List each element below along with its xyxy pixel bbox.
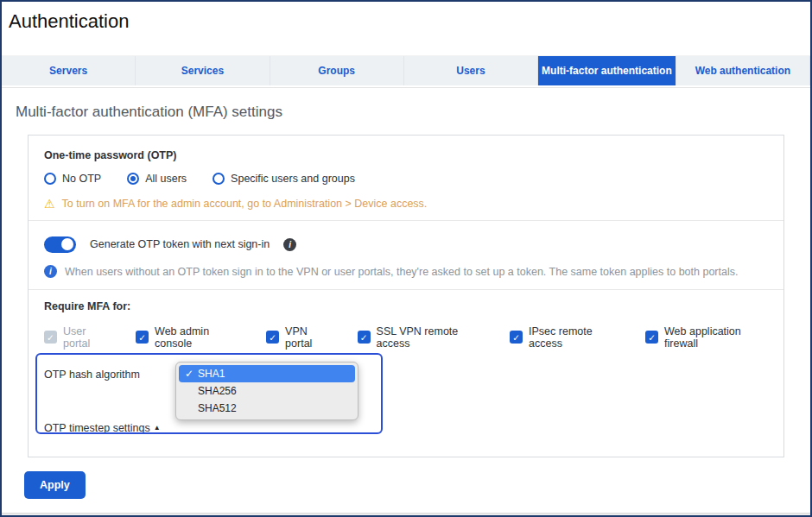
- dropdown-option-sha256[interactable]: SHA256: [179, 382, 355, 400]
- radio-no-otp[interactable]: No OTP: [44, 173, 101, 185]
- require-mfa-checkbox-group: ✓ User portal ✓ Web admin console ✓ VPN …: [44, 325, 768, 350]
- generate-otp-token-toggle[interactable]: [44, 236, 76, 253]
- checkbox-label: Web admin console: [155, 325, 241, 350]
- checkbox-vpn-portal[interactable]: ✓ VPN portal: [266, 325, 332, 350]
- warning-icon: ⚠: [44, 198, 55, 210]
- warning-text: To turn on MFA for the admin account, go…: [62, 198, 428, 210]
- checkbox-icon: ✓: [44, 331, 57, 344]
- page-title: Authentication: [9, 10, 803, 33]
- timestep-label: OTP timestep settings: [44, 422, 150, 434]
- checkbox-icon: ✓: [358, 331, 371, 344]
- collapse-arrow-icon: ▲: [154, 424, 161, 432]
- checkbox-label: IPsec remote access: [529, 325, 620, 350]
- divider: [29, 289, 783, 290]
- main-content: Multi-factor authentication (MFA) settin…: [2, 88, 810, 513]
- tab-multi-factor-authentication[interactable]: Multi-factor authentication: [538, 56, 676, 85]
- tab-web-authentication[interactable]: Web authentication: [676, 56, 810, 85]
- checkbox-label: User portal: [63, 325, 111, 350]
- otp-radio-group: No OTP All users Specific users and grou…: [44, 173, 768, 185]
- otp-timestep-settings-toggle[interactable]: OTP timestep settings ▲: [44, 422, 161, 434]
- dropdown-option-sha512[interactable]: SHA512: [179, 400, 355, 417]
- dropdown-option-sha1[interactable]: ✓ SHA1: [179, 365, 355, 382]
- radio-all-users[interactable]: All users: [127, 173, 187, 185]
- checkbox-web-admin-console[interactable]: ✓ Web admin console: [136, 325, 241, 350]
- tab-users[interactable]: Users: [404, 56, 538, 85]
- require-mfa-label: Require MFA for:: [44, 300, 768, 312]
- radio-specific-users-and-groups[interactable]: Specific users and groups: [213, 173, 355, 185]
- option-label: SHA512: [198, 402, 237, 414]
- option-label: SHA1: [198, 368, 225, 380]
- radio-icon: [213, 173, 225, 185]
- tab-servers[interactable]: Servers: [2, 56, 136, 85]
- radio-label: No OTP: [62, 173, 101, 185]
- apply-button[interactable]: Apply: [24, 471, 86, 499]
- tab-groups[interactable]: Groups: [270, 56, 404, 85]
- option-label: SHA256: [198, 385, 237, 397]
- checkbox-icon: ✓: [645, 331, 658, 344]
- check-icon: ✓: [185, 368, 193, 380]
- checkbox-icon: ✓: [136, 331, 149, 344]
- tab-bar: Servers Services Groups Users Multi-fact…: [2, 55, 810, 85]
- checkbox-label: VPN portal: [285, 325, 332, 350]
- checkbox-ipsec-remote-access[interactable]: ✓ IPsec remote access: [510, 325, 620, 350]
- radio-label: Specific users and groups: [231, 173, 355, 185]
- checkbox-web-application-firewall[interactable]: ✓ Web application firewall: [645, 325, 768, 350]
- divider: [29, 220, 783, 221]
- section-title: Multi-factor authentication (MFA) settin…: [16, 104, 796, 121]
- checkbox-icon: ✓: [266, 331, 279, 344]
- checkbox-label: Web application firewall: [664, 325, 768, 350]
- mfa-settings-panel: One-time password (OTP) No OTP All users…: [28, 135, 784, 457]
- radio-icon: [44, 173, 56, 185]
- toggle-label: Generate OTP token with next sign-in: [90, 238, 270, 250]
- info-icon[interactable]: i: [283, 238, 296, 251]
- admin-mfa-warning: ⚠ To turn on MFA for the admin account, …: [44, 198, 768, 210]
- checkbox-label: SSL VPN remote access: [377, 325, 485, 350]
- otp-hash-section: OTP hash algorithm ✓ SHA1 SHA256 SHA512 …: [44, 362, 768, 444]
- checkbox-user-portal: ✓ User portal: [44, 325, 111, 350]
- otp-hash-algorithm-label: OTP hash algorithm: [44, 369, 140, 381]
- otp-token-note: i When users without an OTP token sign i…: [44, 265, 768, 279]
- footer-bar: [2, 513, 810, 515]
- checkbox-icon: ✓: [510, 331, 523, 344]
- note-text: When users without an OTP token sign in …: [65, 265, 738, 279]
- radio-label: All users: [145, 173, 187, 185]
- otp-group-label: One-time password (OTP): [44, 149, 768, 161]
- page-header: Authentication: [2, 2, 810, 55]
- tab-services[interactable]: Services: [136, 56, 270, 85]
- checkbox-ssl-vpn-remote-access[interactable]: ✓ SSL VPN remote access: [358, 325, 485, 350]
- otp-token-toggle-row: Generate OTP token with next sign-in i: [44, 236, 768, 253]
- radio-icon: [127, 173, 139, 185]
- info-icon: i: [44, 265, 57, 278]
- otp-hash-algorithm-dropdown[interactable]: ✓ SHA1 SHA256 SHA512: [175, 362, 358, 420]
